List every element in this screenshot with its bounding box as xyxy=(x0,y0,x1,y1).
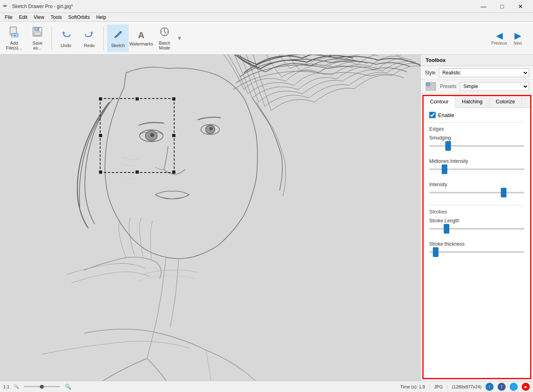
enable-label: Enable xyxy=(438,112,454,118)
menu-tools[interactable]: Tools xyxy=(47,14,65,21)
previous-label: Previous xyxy=(492,41,507,45)
smudging-slider[interactable] xyxy=(429,145,525,147)
menu-file[interactable]: File xyxy=(2,14,16,21)
tabs-row: Contour Hatching Colorize xyxy=(424,96,530,108)
status-bar: 1:1 🔍 🔍 Time (s): 1.9 | JPG | (1280x877x… xyxy=(0,381,533,392)
batch-mode-label: Batch Mode xyxy=(159,41,170,50)
separator-2 xyxy=(103,26,104,50)
toolbox-title: Toolbox xyxy=(426,57,446,63)
sketch-label: Sketch xyxy=(111,43,125,48)
svg-rect-25 xyxy=(426,87,430,90)
add-files-label: Add File(s)... xyxy=(6,41,22,50)
app-icon: ✏ xyxy=(3,3,10,10)
stroke-thickness-slider[interactable] xyxy=(429,251,525,253)
dimensions-label: (1280x877x24) xyxy=(452,384,482,389)
svg-point-12 xyxy=(164,34,165,36)
maximize-button[interactable]: □ xyxy=(493,0,511,13)
divider-2 xyxy=(429,205,525,205)
title-bar: ✏ Sketch Drawer Pro - girl.jpg* — □ ✕ xyxy=(0,0,533,13)
twitter-icon[interactable]: 🐦 xyxy=(510,383,518,391)
svg-rect-14 xyxy=(0,55,420,381)
presets-icon xyxy=(425,82,437,91)
watermarks-label: Watermarks xyxy=(130,41,153,46)
zoom-icon-small: 🔍 xyxy=(14,384,19,389)
stroke-thickness-label: Stroke thickness xyxy=(429,241,525,247)
svg-point-21 xyxy=(146,131,157,140)
next-label: Next xyxy=(514,41,522,45)
strokes-section-title: Strokes xyxy=(429,209,525,215)
toolbar: Add File(s)... Save as... Undo xyxy=(0,22,533,55)
undo-icon xyxy=(60,29,72,42)
zoom-label: 1:1 xyxy=(3,384,9,389)
status-right: Time (s): 1.9 | JPG | (1280x877x24) i f … xyxy=(400,383,530,391)
menu-edit[interactable]: Edit xyxy=(16,14,31,21)
batch-icon xyxy=(159,26,170,40)
canvas-area[interactable] xyxy=(0,55,420,381)
enable-checkbox[interactable] xyxy=(429,112,436,118)
main-area: Toolbox Style Realistic Simple Detailed … xyxy=(0,55,533,381)
minimize-button[interactable]: — xyxy=(474,0,493,13)
toolbox-panel: Toolbox Style Realistic Simple Detailed … xyxy=(420,55,533,381)
redo-icon xyxy=(84,29,95,42)
svg-rect-26 xyxy=(431,87,436,90)
next-button[interactable]: ▶ Next xyxy=(509,29,527,47)
redo-button[interactable]: Redo xyxy=(78,25,100,52)
stroke-length-slider-container xyxy=(429,225,525,236)
svg-rect-23 xyxy=(426,82,430,86)
menu-view[interactable]: View xyxy=(31,14,47,21)
tab-colorize[interactable]: Colorize xyxy=(490,96,522,107)
svg-rect-6 xyxy=(34,32,41,35)
presets-select[interactable]: Simple Complex Artistic xyxy=(460,82,529,91)
midtones-slider-container xyxy=(429,166,525,177)
svg-point-22 xyxy=(206,126,214,133)
next-icon: ▶ xyxy=(514,31,521,41)
settings-panel: Contour Hatching Colorize Enable Edg xyxy=(422,95,531,379)
save-as-button[interactable]: Save as... xyxy=(27,25,48,52)
style-row: Style Realistic Simple Detailed xyxy=(421,66,533,80)
watermarks-button[interactable]: A Watermarks xyxy=(130,25,152,52)
sketch-icon xyxy=(112,29,123,42)
style-select[interactable]: Realistic Simple Detailed xyxy=(439,68,529,77)
redo-label: Redo xyxy=(84,43,95,48)
info-icon[interactable]: i xyxy=(486,383,494,391)
separator-1 xyxy=(51,26,52,50)
menu-softorbits[interactable]: SoftOrbits xyxy=(65,14,93,21)
facebook-icon[interactable]: f xyxy=(498,383,506,391)
title-text: Sketch Drawer Pro - girl.jpg* xyxy=(12,4,474,9)
tab-contour[interactable]: Contour xyxy=(424,96,455,108)
menu-bar: File Edit View Tools SoftOrbits Help xyxy=(0,13,533,22)
tab-hatching[interactable]: Hatching xyxy=(455,96,489,107)
stroke-length-slider[interactable] xyxy=(429,228,525,230)
zoom-slider-container xyxy=(24,386,60,387)
intensity-slider[interactable] xyxy=(429,192,525,193)
zoom-slider[interactable] xyxy=(24,386,60,387)
style-label: Style xyxy=(425,70,436,76)
undo-button[interactable]: Undo xyxy=(55,25,77,52)
presets-row: Presets Simple Complex Artistic xyxy=(421,80,533,93)
nav-buttons: ◀ Previous ▶ Next xyxy=(490,29,527,47)
batch-mode-button[interactable]: Batch Mode xyxy=(154,25,175,52)
intensity-slider-container xyxy=(429,189,525,200)
previous-icon: ◀ xyxy=(496,31,503,41)
edges-section-title: Edges xyxy=(429,126,525,132)
midtones-slider[interactable] xyxy=(429,168,525,170)
sketch-image xyxy=(0,55,420,381)
contour-content: Enable Edges Smudging Midtones Intensity… xyxy=(424,108,530,269)
svg-point-11 xyxy=(167,31,169,33)
add-files-icon xyxy=(8,26,20,40)
smudging-slider-container xyxy=(429,142,525,154)
close-button[interactable]: ✕ xyxy=(511,0,530,13)
svg-point-13 xyxy=(161,31,162,33)
youtube-icon[interactable]: ▶ xyxy=(522,383,530,391)
divider-1 xyxy=(429,122,525,123)
more-indicator: ▾ xyxy=(177,34,181,42)
sketch-button[interactable]: Sketch xyxy=(107,25,129,52)
toolbox-header: Toolbox xyxy=(421,55,533,66)
previous-button[interactable]: ◀ Previous xyxy=(490,29,508,47)
svg-point-10 xyxy=(164,28,165,29)
menu-help[interactable]: Help xyxy=(93,14,109,21)
format-label: JPG xyxy=(434,384,442,389)
zoom-icon-large: 🔍 xyxy=(65,384,71,390)
add-files-button[interactable]: Add File(s)... xyxy=(3,25,25,52)
watermarks-icon: A xyxy=(138,30,144,41)
